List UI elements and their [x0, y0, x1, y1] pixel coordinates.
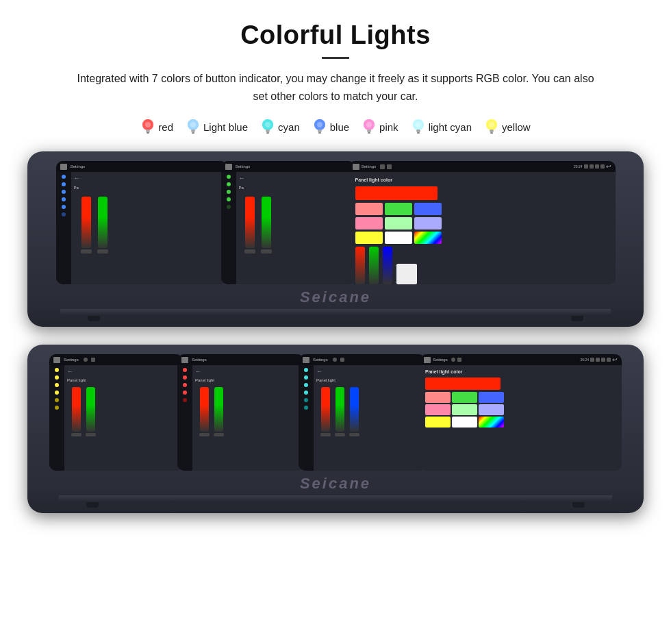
screen-top-2-bar: Settings — [221, 161, 355, 172]
sidebar-b2 — [177, 365, 192, 471]
sl-handle-g-b2 — [214, 433, 224, 436]
screen-top-2-main: ← Pa — [236, 172, 355, 284]
slider-g3 — [369, 247, 379, 284]
title-section: Colorful Lights Integrated with 7 colors… — [27, 21, 644, 105]
slider-handle-2 — [97, 249, 108, 253]
foot-right-top — [571, 316, 583, 321]
slider-handle-1 — [81, 249, 92, 253]
page-wrapper: Colorful Lights Integrated with 7 colors… — [0, 0, 671, 527]
sidebar-dot-g5 — [227, 205, 231, 209]
sidebar-b3 — [299, 365, 314, 471]
slider-bar-red — [81, 197, 91, 248]
sliders-1 — [74, 194, 225, 256]
svg-rect-2 — [146, 129, 150, 132]
sliders-b3 — [316, 386, 422, 438]
screen-top-3-content: Panel light color — [349, 172, 616, 284]
panel-label-b2: Panel light — [195, 378, 301, 382]
cg-cell-9 — [414, 232, 442, 244]
description-text: Integrated with 7 colors of button indic… — [68, 70, 603, 105]
bottom-screens-row: Settings — [31, 354, 640, 471]
slider-bar-r2 — [245, 197, 255, 248]
watermark-bottom: Seicane — [31, 471, 640, 494]
color-label-cyan: cyan — [278, 121, 300, 133]
back-arrow-b1: ← — [67, 368, 73, 375]
sliders-b2 — [195, 386, 301, 438]
cgb4-cell-7 — [425, 417, 451, 428]
svg-rect-23 — [368, 132, 370, 134]
sl-bar-g-b1 — [86, 387, 95, 432]
svg-rect-3 — [147, 132, 149, 134]
color-label-lightblue: Light blue — [203, 121, 248, 133]
svg-point-29 — [416, 122, 421, 127]
top-device-unit: Settings ← — [27, 151, 644, 327]
screen-bot-3-bar: Settings — [299, 354, 425, 365]
svg-point-24 — [366, 122, 372, 127]
screen-top-1-bar: Settings — [56, 161, 227, 172]
back-nav-2: ← — [239, 175, 352, 182]
sliders-3 — [355, 247, 609, 284]
color-label-blue: blue — [330, 121, 349, 133]
color-item-lightblue: Light blue — [186, 117, 248, 136]
color-label-lightcyan: light cyan — [429, 121, 472, 133]
home-icon-b1 — [53, 357, 60, 363]
cg-cell-6 — [414, 217, 442, 230]
back-nav-b3: ← — [316, 368, 422, 375]
slider-r3 — [355, 247, 365, 284]
color-grid-top-3 — [355, 203, 609, 244]
color-item-lightcyan: light cyan — [411, 117, 472, 136]
settings-icon-b3 — [340, 358, 344, 362]
back-nav-b2: ← — [195, 368, 301, 375]
screen-bot-2-content: ← Panel light — [177, 365, 304, 471]
screen-top-1-main: ← Pa — [71, 172, 227, 284]
settings-label-b2: Settings — [192, 358, 207, 362]
svg-rect-7 — [191, 129, 195, 132]
bulb-icon-cyan — [260, 117, 275, 136]
screen-top-1: Settings ← — [56, 161, 227, 284]
cgb4-cell-6 — [479, 404, 504, 415]
screen-bot-3-content: ← Panel light — [299, 365, 425, 471]
sidebar-dot-g4 — [227, 197, 231, 201]
sidebar-r3 — [183, 383, 187, 387]
cg-cell-2 — [385, 203, 412, 215]
cgb4-cell-3 — [479, 392, 504, 403]
title-divider — [322, 57, 349, 59]
settings-icon-3 — [380, 164, 385, 169]
sidebar-c4 — [304, 391, 308, 395]
device-feet-bottom — [31, 502, 640, 508]
sl-g-b3 — [335, 387, 345, 436]
svg-rect-32 — [490, 129, 494, 132]
status-icon-3 — [595, 164, 599, 169]
settings-label-1: Settings — [71, 164, 86, 169]
sidebar-dot-1 — [62, 175, 66, 179]
sidebar-y4 — [55, 391, 59, 395]
cgb4-cell-1 — [425, 392, 451, 403]
panel-label-2: Pa — [239, 186, 352, 190]
back-nav-b1: ← — [67, 368, 180, 375]
sidebar-dot-4 — [62, 197, 66, 201]
screen-bot-4-content: Panel light color — [420, 365, 622, 471]
sidebar-dot-2 — [62, 182, 66, 186]
bulb-icon-lightcyan — [411, 117, 426, 136]
cg-cell-8 — [385, 232, 412, 244]
sidebar-y5 — [55, 398, 59, 402]
color-label-red: red — [158, 121, 173, 133]
screen-bot-2-bar: Settings — [177, 354, 304, 365]
sidebar-c5 — [304, 398, 308, 402]
sl-r-b3 — [320, 387, 331, 436]
big-red-bar-b4 — [425, 377, 501, 390]
sl-bar-r-b2 — [200, 387, 209, 432]
screen-bot-1: Settings — [49, 354, 183, 471]
sl-bar-b-b3 — [350, 387, 359, 432]
slider-handle-g2 — [261, 249, 272, 253]
sidebar-r2 — [183, 375, 187, 380]
slider-bar-g2 — [262, 197, 271, 248]
home-icon-b4 — [424, 357, 431, 363]
sliders-2 — [239, 194, 352, 256]
slider-g2 — [261, 197, 272, 253]
bottom-device-unit: Settings — [27, 345, 644, 513]
screen-top-3-main: Panel light color — [349, 172, 616, 284]
back-nav-1: ← — [74, 175, 225, 182]
color-item-yellow: yellow — [484, 117, 531, 136]
panel-color-title: Panel light color — [355, 177, 609, 182]
back-icon-b4: ↩ — [612, 356, 618, 363]
